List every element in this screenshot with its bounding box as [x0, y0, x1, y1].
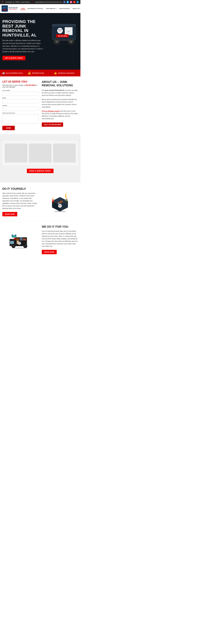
top-bar-left: 📍 Huntsville, AL 35802, United States ✉ … [1, 1, 62, 3]
section-divider [5, 221, 76, 221]
form-title: LET US SERVE YOU! [2, 80, 39, 83]
service-cards-grid [2, 140, 78, 166]
form-phone-link[interactable]: 216-203-6654 [25, 84, 35, 86]
instagram-icon[interactable]: ▣ [70, 1, 72, 3]
social-links: f 𝕏 ▣ ▶ in [63, 1, 79, 3]
we-do-it-book-button[interactable]: BOOK NOW [42, 250, 57, 254]
twitter-icon[interactable]: 𝕏 [66, 1, 69, 3]
svg-rect-49 [23, 238, 26, 240]
message-label: HOW CAN WE HELP? [2, 112, 39, 114]
hero-content: PROVIDING THE BEST JUNK REMOVAL IN HUNTS… [2, 19, 44, 60]
feature-affordable: 💰 Affordable Pricing [28, 72, 53, 74]
svg-point-65 [12, 248, 28, 249]
diy-title: DO IT YOURSELF [2, 187, 39, 190]
hero-section: PROVIDING THE BEST JUNK REMOVAL IN HUNTS… [0, 13, 80, 70]
services-cards-section: BOOK A SERVICE TODAY! [0, 134, 80, 182]
svg-text:BENCH: BENCH [58, 29, 62, 30]
main-content-section: LET US SERVE YOU! Fill in the form or ca… [0, 76, 80, 134]
service-card-3 [53, 144, 76, 162]
email-input[interactable] [2, 99, 39, 103]
svg-text:MARK: MARK [18, 244, 20, 244]
we-do-it-row: WE DO IT FOR YOU Let our experienced tea… [2, 225, 78, 254]
diy-row: DO IT YOURSELF Take control of your proj… [2, 187, 78, 216]
svg-point-10 [57, 28, 63, 34]
we-do-it-description: Let our experienced team take care of ev… [42, 230, 78, 248]
svg-rect-23 [60, 200, 63, 202]
svg-point-61 [24, 245, 26, 247]
book-service-button[interactable]: BOOK A SERVICE TODAY! [27, 169, 53, 173]
svg-rect-57 [15, 234, 16, 236]
svg-text:BENCH: BENCH [59, 205, 61, 206]
svg-rect-5 [52, 24, 76, 26]
svg-point-42 [54, 211, 66, 212]
form-subtitle: Fill in the form or call us today at 216… [2, 84, 39, 88]
svg-point-28 [52, 198, 54, 200]
youtube-icon[interactable]: ▶ [73, 1, 76, 3]
hero-cta-button[interactable]: GET A QUOTE TODAY [2, 56, 25, 60]
email-group: EMAIL [2, 97, 39, 103]
svg-rect-47 [16, 238, 19, 240]
nav-junk-removal-huntsville[interactable]: JUNK REMOVAL HUNTSVILLE [27, 8, 44, 10]
about-title: ABOUT US – JUNK REMOVAL SOLUTIONS [42, 80, 78, 87]
svg-rect-48 [20, 238, 23, 240]
logo-icon: BENCH MARK [1, 5, 8, 12]
svg-rect-40 [65, 195, 66, 198]
contact-form: FULL NAME EMAIL Phone: HOW CAN WE HELP? … [2, 90, 39, 130]
satisfaction-icon: 👍 [54, 72, 57, 74]
we-do-it-title: WE DO IT FOR YOU [42, 225, 78, 228]
feature-satisfaction: 👍 Satisfaction Guaranteed [54, 72, 79, 74]
diy-book-button[interactable]: BOOK NOW [2, 212, 17, 216]
svg-rect-45 [10, 241, 14, 244]
svg-text:BENCH: BENCH [18, 242, 20, 243]
about-section: ABOUT US – JUNK REMOVAL SOLUTIONS Our ju… [42, 80, 78, 126]
message-input[interactable] [2, 114, 39, 124]
service-card-2 [29, 144, 51, 162]
svg-point-25 [58, 204, 62, 208]
no-obligation-link[interactable]: Free no-obligation quotes [42, 110, 59, 112]
hero-description: We take pride in offering reliable and e… [2, 39, 44, 53]
email-icon: ✉ [32, 1, 33, 3]
linkedin-icon[interactable]: in [76, 1, 79, 3]
facebook-icon[interactable]: f [63, 1, 66, 3]
phone-group: Phone: [2, 105, 39, 111]
diy-section: DO IT YOURSELF Take control of your proj… [0, 182, 80, 264]
feature-affordable-label: Affordable Pricing [32, 72, 44, 74]
phone-input[interactable] [2, 107, 39, 111]
feature-fast: 🚛 Fast and Reliable Service [1, 72, 26, 74]
svg-point-59 [12, 245, 14, 247]
location-text: Huntsville, AL 35802, United States [5, 1, 30, 3]
svg-text:QR: QR [68, 31, 70, 32]
nav-about-us[interactable]: ABOUT US ▾ [72, 8, 80, 10]
svg-text:MARK: MARK [59, 31, 61, 32]
send-button[interactable]: SEND [2, 126, 15, 130]
nav-home[interactable]: HOME [20, 7, 25, 10]
navigation: BENCH MARK BENCHMARK JUNK REMOVAL HOME J… [0, 4, 80, 13]
svg-rect-17 [54, 40, 74, 41]
affordable-icon: 💰 [28, 72, 31, 74]
nav-dumpster-rental[interactable]: DUMPSTER RENTAL [59, 8, 71, 10]
about-paragraph2: We go above and beyond to provide Huntsv… [42, 98, 78, 108]
fullname-input[interactable] [2, 92, 39, 96]
top-bar: 📍 Huntsville, AL 35802, United States ✉ … [0, 0, 80, 4]
svg-rect-3 [3, 10, 6, 10]
feature-fast-label: Fast and Reliable Service [6, 72, 23, 74]
features-bar: 🚛 Fast and Reliable Service 💰 Affordable… [0, 70, 80, 76]
contact-form-section: LET US SERVE YOU! Fill in the form or ca… [2, 80, 39, 130]
nav-junk-removal[interactable]: JUNK REMOVAL ▾ [45, 8, 57, 10]
we-do-it-text: WE DO IT FOR YOU Let our experienced tea… [42, 225, 78, 254]
hero-title: PROVIDING THE BEST JUNK REMOVAL IN HUNTS… [2, 19, 44, 37]
message-group: HOW CAN WE HELP? [2, 112, 39, 124]
diy-image: BENCH MARK [42, 192, 78, 212]
about-call-button[interactable]: CALL US 256-203-6654 [42, 122, 63, 127]
email-label: EMAIL [2, 97, 39, 99]
svg-text:BENCH: BENCH [3, 7, 7, 8]
we-do-it-image: BENCH MARK [2, 230, 39, 249]
feature-satisfaction-label: Satisfaction Guaranteed [58, 72, 74, 74]
fullname-label: FULL NAME [2, 90, 39, 91]
about-paragraph1: Our junk removal Huntsville AL services … [42, 89, 78, 97]
about-paragraph3: Free no-obligation quotes and same-day o… [42, 110, 78, 120]
email-text: support@benchmark-junkremoval.com [35, 1, 62, 3]
svg-text:MARK: MARK [59, 206, 61, 207]
book-service-section: BOOK A SERVICE TODAY! [2, 166, 78, 176]
logo: BENCH MARK BENCHMARK JUNK REMOVAL [1, 5, 18, 12]
